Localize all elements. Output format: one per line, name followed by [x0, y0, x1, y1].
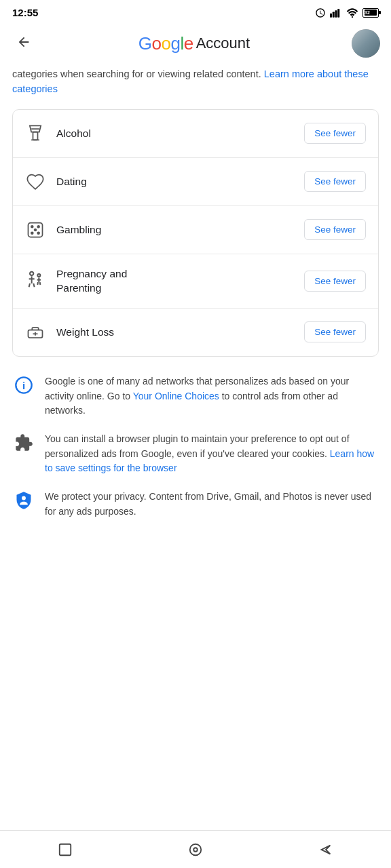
- dating-icon: [24, 170, 47, 193]
- svg-point-23: [190, 844, 202, 855]
- category-left-weightloss: Weight Loss: [24, 321, 114, 344]
- svg-point-11: [31, 232, 33, 234]
- category-row-gambling: Gambling See fewer: [13, 206, 378, 254]
- nav-back-button[interactable]: [312, 836, 339, 863]
- svg-rect-0: [330, 13, 332, 17]
- pregnancy-icon: [24, 269, 47, 292]
- avatar[interactable]: [352, 29, 380, 58]
- battery-icon: 32: [362, 8, 379, 18]
- svg-rect-1: [333, 12, 335, 17]
- svg-point-24: [193, 848, 198, 852]
- gambling-icon: [24, 218, 47, 241]
- svg-point-21: [22, 496, 26, 500]
- svg-rect-22: [60, 844, 71, 855]
- nav-home-button[interactable]: [182, 836, 209, 863]
- intro-text: categories when searching for or viewing…: [0, 64, 391, 104]
- svg-marker-25: [322, 845, 331, 854]
- status-icons: 32: [315, 7, 379, 18]
- svg-rect-2: [335, 10, 337, 18]
- svg-point-13: [35, 229, 37, 231]
- svg-rect-3: [337, 9, 339, 18]
- svg-rect-5: [33, 132, 38, 140]
- category-row-weightloss: Weight Loss See fewer: [13, 309, 378, 356]
- info-text-privacy: We protect your privacy. Content from Dr…: [45, 490, 379, 519]
- google-logo: Google: [138, 33, 193, 54]
- back-button[interactable]: [11, 29, 37, 58]
- info-row-ad-networks: i Google is one of many ad networks that…: [12, 374, 379, 418]
- pregnancy-see-fewer-button[interactable]: See fewer: [304, 271, 366, 292]
- info-section: i Google is one of many ad networks that…: [0, 368, 391, 540]
- intro-body: categories when searching for or viewing…: [12, 68, 261, 79]
- alarm-icon: [315, 7, 326, 18]
- category-row-dating: Dating See fewer: [13, 158, 378, 206]
- shield-person-icon: [12, 491, 35, 514]
- gambling-see-fewer-button[interactable]: See fewer: [304, 219, 366, 240]
- info-row-privacy: We protect your privacy. Content from Dr…: [12, 490, 379, 519]
- nav-bar: [0, 830, 391, 868]
- category-row-alcohol: Alcohol See fewer: [13, 110, 378, 158]
- your-online-choices-link[interactable]: Your Online Choices: [133, 391, 219, 401]
- svg-point-15: [37, 274, 40, 277]
- category-left-alcohol: Alcohol: [24, 122, 91, 145]
- dating-label: Dating: [56, 176, 87, 188]
- header-title: Account: [196, 35, 250, 52]
- learn-how-link[interactable]: Learn how to save settings for the brows…: [45, 448, 374, 474]
- signal-icon: [330, 8, 342, 18]
- gambling-label: Gambling: [56, 224, 101, 236]
- category-left-dating: Dating: [24, 170, 87, 193]
- dating-see-fewer-button[interactable]: See fewer: [304, 171, 366, 192]
- svg-point-4: [352, 16, 353, 17]
- svg-point-9: [31, 225, 33, 227]
- status-bar: 12:55 32: [0, 0, 391, 22]
- info-circle-icon: i: [12, 376, 35, 399]
- svg-point-14: [30, 272, 33, 275]
- category-left-gambling: Gambling: [24, 218, 101, 241]
- categories-card: Alcohol See fewer Dating See fewer: [12, 109, 379, 357]
- header: Google Account: [0, 22, 391, 64]
- weightloss-see-fewer-button[interactable]: See fewer: [304, 321, 366, 342]
- info-text-plugin: You can install a browser plugin to main…: [45, 432, 379, 476]
- svg-text:i: i: [22, 380, 25, 391]
- info-row-plugin: You can install a browser plugin to main…: [12, 432, 379, 476]
- weight-loss-icon: [24, 321, 47, 344]
- alcohol-label: Alcohol: [56, 127, 91, 140]
- weightloss-label: Weight Loss: [56, 326, 114, 338]
- category-left-pregnancy: Pregnancy andParenting: [24, 267, 127, 296]
- header-logo-area: Google Account: [138, 33, 250, 54]
- alcohol-icon: [24, 122, 47, 145]
- wifi-icon: [346, 8, 358, 18]
- category-row-pregnancy: Pregnancy andParenting See fewer: [13, 254, 378, 309]
- nav-square-button[interactable]: [52, 836, 79, 863]
- info-text-ad-networks: Google is one of many ad networks that p…: [45, 374, 379, 418]
- svg-point-10: [37, 225, 39, 227]
- svg-point-12: [37, 232, 39, 234]
- status-time: 12:55: [12, 7, 38, 18]
- pregnancy-label: Pregnancy andParenting: [56, 267, 127, 296]
- puzzle-icon: [12, 433, 35, 456]
- alcohol-see-fewer-button[interactable]: See fewer: [304, 123, 366, 144]
